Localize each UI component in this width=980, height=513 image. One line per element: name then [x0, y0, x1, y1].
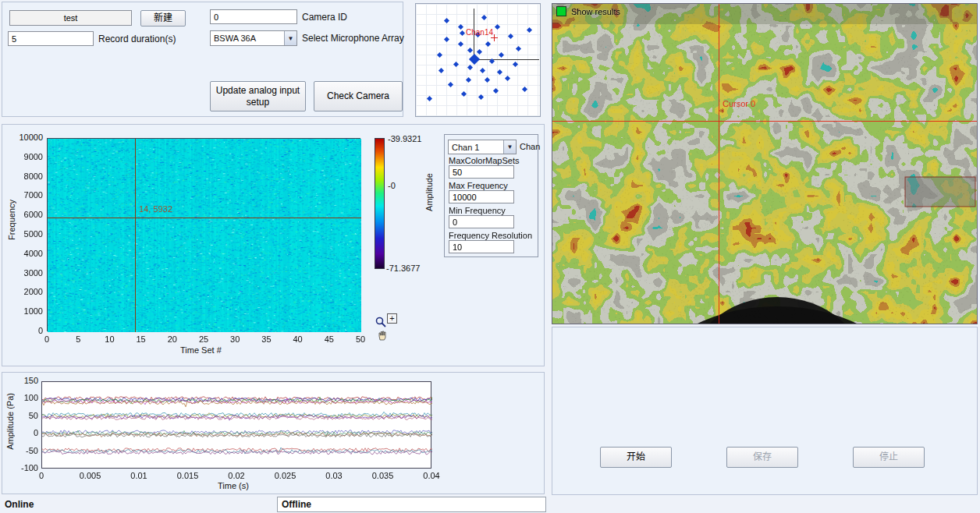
spectrogram-cursor-label: 14, 5932	[139, 204, 172, 214]
frequency-resolution-input[interactable]	[449, 240, 514, 253]
spectrogram-y-tick: 5000	[12, 229, 43, 239]
chevron-down-icon[interactable]: ▼	[503, 140, 516, 154]
spectrogram-x-tick: 40	[286, 334, 310, 344]
array-center-marker	[469, 54, 480, 65]
spectrogram-image	[48, 139, 361, 332]
pan-hand-tool-icon[interactable]	[376, 329, 388, 341]
spectrogram-x-tick: 30	[223, 334, 247, 344]
mic-position-marker	[460, 30, 465, 36]
camera-id-label: Camera ID	[302, 12, 347, 23]
amplitude-colorbar	[375, 138, 385, 269]
mic-position-marker	[497, 69, 502, 75]
spectrogram-y-tick: 8000	[12, 172, 43, 181]
mic-position-marker	[481, 15, 487, 20]
spectrogram-x-tick: 0	[35, 334, 59, 344]
spectrogram-cursor-vline[interactable]	[135, 139, 136, 332]
new-button[interactable]: 新建	[140, 10, 186, 27]
channel-selected-value: Chan 1	[449, 143, 503, 152]
cursor-move-tool-icon[interactable]: +	[387, 313, 397, 324]
spectrogram-x-tick: 25	[192, 334, 215, 344]
spectrogram-x-axis-label: Time Set #	[180, 345, 222, 355]
spectrogram-y-tick: 1000	[12, 306, 43, 316]
max-colormap-sets-label: MaxColorMapSets	[449, 156, 519, 165]
mic-position-marker	[427, 96, 432, 101]
waveform-x-tick: 0.035	[368, 471, 399, 480]
waveform-y-tick: 50	[5, 411, 38, 420]
acquisition-controls-panel: 新建 Record duration(s) Camera ID BSWA 36A…	[2, 2, 403, 117]
spectrogram-panel: Frequency 14, 5932 Time Set # -39.9321 -…	[2, 124, 545, 366]
camera-cursor-hline[interactable]	[552, 121, 977, 122]
mic-position-marker	[516, 46, 521, 51]
show-results-checkbox[interactable]	[556, 6, 566, 16]
min-frequency-input[interactable]	[449, 215, 514, 228]
mic-position-marker	[513, 62, 518, 67]
waveform-x-tick: 0.005	[75, 471, 106, 480]
spectrogram-x-tick: 20	[161, 334, 184, 344]
spectrogram-y-tick: 4000	[12, 249, 43, 258]
mic-array-label: Select Microphone Array	[302, 33, 404, 44]
zoom-tool-icon[interactable]	[375, 316, 386, 327]
mic-position-marker	[437, 52, 442, 58]
waveform-x-tick: 0.02	[221, 471, 252, 480]
frequency-resolution-label: Frequency Resolution	[449, 231, 532, 240]
colorbar-mid-value: -0	[388, 181, 396, 190]
mic-position-marker	[495, 24, 500, 30]
actions-panel: 开始 保存 停止	[552, 327, 978, 495]
mic-array-selected-value: BSWA 36A	[211, 34, 284, 43]
waveform-x-tick: 0.04	[416, 471, 447, 480]
min-frequency-label: Min Frequency	[449, 206, 506, 215]
test-name-input[interactable]	[9, 10, 132, 26]
camera-cursor-label: Cursor 0	[723, 99, 755, 108]
record-duration-label: Record duration(s)	[98, 34, 176, 44]
spectrogram-y-tick: 2000	[12, 287, 43, 296]
max-frequency-label: Max Frequency	[449, 181, 508, 190]
channel-label: Chan	[520, 142, 540, 151]
mic-position-marker	[467, 65, 473, 70]
mic-array-select[interactable]: BSWA 36A ▼	[210, 30, 297, 46]
colorbar-label: Amplitude	[424, 173, 434, 211]
mic-position-marker	[458, 41, 463, 47]
offline-status-field: Offline	[277, 497, 546, 512]
start-button[interactable]: 开始	[600, 447, 672, 468]
online-status-label: Online	[5, 499, 34, 510]
waveform-y-tick: 100	[5, 393, 38, 402]
spectrogram-plot-area[interactable]: 14, 5932	[47, 138, 360, 331]
camera-cursor-vline[interactable]	[719, 4, 719, 324]
spectrogram-y-tick: 3000	[12, 268, 43, 278]
offline-status-text: Offline	[282, 499, 311, 510]
waveform-y-tick: 0	[5, 428, 38, 437]
spectrogram-cursor-hline[interactable]	[48, 218, 361, 218]
mic-position-marker	[458, 24, 463, 30]
stop-button[interactable]: 停止	[853, 447, 925, 468]
mic-position-marker	[453, 62, 459, 67]
waveform-x-tick: 0.03	[318, 471, 350, 480]
max-frequency-input[interactable]	[449, 190, 514, 203]
spectrogram-x-tick: 45	[318, 334, 341, 344]
mic-position-marker	[444, 37, 449, 42]
spectrogram-y-tick: 6000	[12, 210, 43, 219]
update-analog-input-button[interactable]: Update analog input setup	[210, 81, 306, 111]
channel-select[interactable]: Chan 1 ▼	[448, 140, 517, 154]
record-duration-input[interactable]	[8, 31, 94, 46]
mic-position-marker	[489, 58, 495, 64]
mic-position-marker	[493, 88, 499, 94]
waveform-x-tick: 0.01	[123, 471, 154, 480]
mic-position-marker	[485, 41, 491, 47]
mic-position-marker	[527, 27, 532, 33]
mic-position-marker	[480, 68, 485, 73]
max-colormap-sets-input[interactable]	[449, 165, 514, 179]
mic-position-marker	[477, 49, 482, 55]
show-results-label: Show results	[571, 7, 620, 16]
mic-position-marker	[522, 87, 527, 92]
spectrogram-x-tick: 35	[254, 334, 278, 344]
spectrogram-x-tick: 5	[66, 334, 90, 344]
chevron-down-icon[interactable]: ▼	[284, 31, 296, 45]
acoustic-heatmap-image	[552, 4, 977, 324]
mic-position-marker	[499, 52, 504, 58]
spectrogram-y-tick: 9000	[12, 152, 43, 161]
spectrogram-x-tick: 50	[349, 334, 372, 344]
save-button[interactable]: 保存	[726, 447, 798, 468]
camera-view[interactable]: Cursor 0 Show results	[552, 3, 978, 324]
camera-id-input[interactable]	[210, 9, 297, 24]
check-camera-button[interactable]: Check Camera	[314, 81, 403, 111]
